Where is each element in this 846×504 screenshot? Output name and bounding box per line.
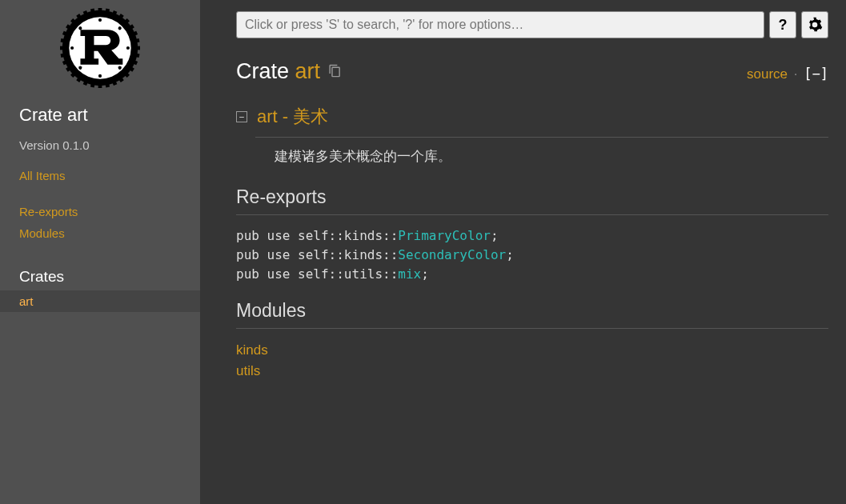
rust-logo[interactable] (0, 0, 200, 95)
sidebar: Crate art Version 0.1.0 All Items Re-exp… (0, 0, 200, 504)
collapse-all-toggle[interactable]: [−] (804, 66, 828, 82)
reexport-item: pub use self::kinds::SecondaryColor; (236, 246, 828, 265)
crate-doc-description: 建模诸多美术概念的一个库。 (255, 137, 828, 170)
svg-point-43 (98, 74, 102, 78)
module-link-utils[interactable]: utils (236, 361, 828, 382)
all-items-link[interactable]: All Items (0, 165, 200, 186)
type-link-secondarycolor[interactable]: SecondaryColor (398, 247, 506, 262)
crate-item-art[interactable]: art (0, 290, 200, 312)
svg-point-45 (70, 46, 74, 50)
title-row: Crate art source · [−] (236, 59, 828, 84)
search-input[interactable] (236, 11, 764, 38)
crates-heading: Crates (0, 255, 200, 290)
svg-point-41 (126, 46, 130, 50)
svg-point-39 (98, 18, 102, 22)
copy-path-icon[interactable] (328, 63, 342, 82)
section-collapse-toggle[interactable]: − (236, 111, 247, 122)
source-link[interactable]: source (747, 66, 788, 82)
modules-heading: Modules (236, 300, 828, 329)
sidebar-link-modules[interactable]: Modules (0, 222, 200, 244)
page-title: Crate art (236, 59, 320, 84)
main-content: ? Crate art source · [−] − art - 美术 (200, 0, 846, 504)
svg-rect-5 (98, 8, 102, 14)
modules-list: kinds utils (236, 340, 828, 381)
reexport-item: pub use self::utils::mix; (236, 265, 828, 284)
top-bar: ? (236, 11, 828, 38)
help-button[interactable]: ? (769, 11, 796, 38)
version-text: Version 0.1.0 (0, 132, 200, 162)
gear-icon (807, 17, 823, 33)
sidebar-link-reexports[interactable]: Re-exports (0, 201, 200, 222)
type-link-primarycolor[interactable]: PrimaryColor (398, 228, 491, 243)
svg-rect-13 (134, 46, 140, 50)
sidebar-title: Crate art (0, 95, 200, 132)
crate-doc-heading: art - 美术 (257, 105, 328, 129)
reexport-item: pub use self::kinds::PrimaryColor; (236, 226, 828, 246)
svg-rect-21 (98, 82, 102, 88)
svg-rect-29 (60, 46, 66, 50)
settings-button[interactable] (801, 11, 828, 38)
module-link-kinds[interactable]: kinds (236, 340, 828, 361)
reexports-list: pub use self::kinds::PrimaryColor; pub u… (236, 226, 828, 284)
type-link-mix[interactable]: mix (398, 266, 421, 282)
crate-description-block: − art - 美术 建模诸多美术概念的一个库。 (236, 105, 828, 170)
reexports-heading: Re-exports (236, 186, 828, 215)
